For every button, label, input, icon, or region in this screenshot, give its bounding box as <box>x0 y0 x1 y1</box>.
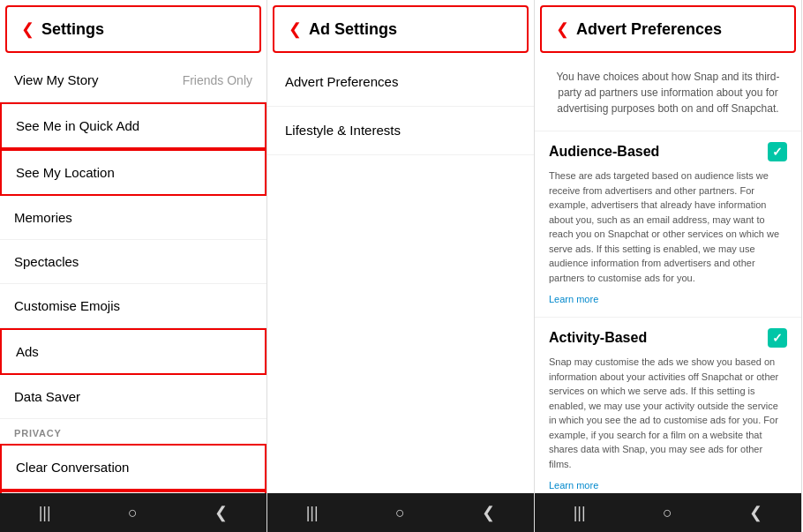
activity-based-header: Activity-Based <box>549 328 787 348</box>
right-panel-body: ❮ Advert Preferences You have choices ab… <box>535 0 801 493</box>
middle-nav-home-icon[interactable]: ○ <box>395 504 405 522</box>
right-nav-menu-icon[interactable]: ||| <box>574 504 586 522</box>
audience-based-header: Audience-Based <box>549 142 787 161</box>
ad-settings-title: Ad Settings <box>309 20 397 39</box>
ad-settings-header: ❮ Ad Settings <box>273 5 529 53</box>
left-panel: ❮ Settings View My Story Friends Only Se… <box>0 0 267 532</box>
audience-based-learn-more[interactable]: Learn more <box>549 294 598 304</box>
right-nav-home-icon[interactable]: ○ <box>663 504 672 522</box>
ad-item-lifestyle-interests[interactable]: Lifestyle & Interests <box>267 107 534 155</box>
settings-title: Settings <box>41 20 104 39</box>
settings-item-customise-emojis[interactable]: Customise Emojis <box>0 284 266 328</box>
right-nav-back-icon[interactable]: ❮ <box>749 503 762 522</box>
activity-based-checkbox[interactable] <box>768 328 787 348</box>
audience-based-desc: These are ads targeted based on audience… <box>549 169 787 285</box>
settings-item-spectacles[interactable]: Spectacles <box>0 240 266 284</box>
right-nav-bar: ||| ○ ❮ <box>535 493 801 532</box>
activity-based-learn-more[interactable]: Learn more <box>549 480 598 491</box>
middle-nav-bar: ||| ○ ❮ <box>267 493 534 532</box>
privacy-section-label: PRIVACY <box>0 419 266 444</box>
advert-pref-title: Advert Preferences <box>576 20 722 39</box>
ad-item-advert-preferences[interactable]: Advert Preferences <box>267 58 534 107</box>
left-nav-home-icon[interactable]: ○ <box>128 504 138 522</box>
ad-settings-back-arrow[interactable]: ❮ <box>289 19 302 39</box>
middle-panel-body: ❮ Ad Settings Advert Preferences Lifesty… <box>267 0 534 493</box>
settings-item-clear-conversation[interactable]: Clear Conversation <box>0 444 266 491</box>
audience-based-title: Audience-Based <box>549 144 659 160</box>
settings-item-memories[interactable]: Memories <box>0 196 266 240</box>
middle-panel: ❮ Ad Settings Advert Preferences Lifesty… <box>267 0 535 532</box>
audience-based-checkbox[interactable] <box>768 142 787 161</box>
left-panel-body: ❮ Settings View My Story Friends Only Se… <box>0 0 266 493</box>
activity-based-title: Activity-Based <box>549 330 647 346</box>
right-panel: ❮ Advert Preferences You have choices ab… <box>535 0 802 532</box>
advert-pref-intro: You have choices about how Snap and its … <box>535 58 801 131</box>
middle-nav-back-icon[interactable]: ❮ <box>482 503 495 522</box>
activity-based-desc: Snap may customise the ads we show you b… <box>549 355 787 471</box>
settings-header: ❮ Settings <box>5 5 261 53</box>
settings-item-my-location[interactable]: See My Location <box>0 149 266 196</box>
settings-item-ads[interactable]: Ads <box>0 328 266 375</box>
left-nav-bar: ||| ○ ❮ <box>0 493 266 532</box>
pref-section-activity-based: Activity-Based Snap may customise the ad… <box>535 318 801 493</box>
pref-section-audience-based: Audience-Based These are ads targeted ba… <box>535 131 801 318</box>
middle-nav-menu-icon[interactable]: ||| <box>306 504 319 522</box>
settings-item-quick-add[interactable]: See Me in Quick Add <box>0 102 266 149</box>
settings-back-arrow[interactable]: ❮ <box>21 19 34 39</box>
left-nav-back-icon[interactable]: ❮ <box>214 503 228 522</box>
settings-item-data-saver[interactable]: Data Saver <box>0 375 266 419</box>
advert-pref-back-arrow[interactable]: ❮ <box>556 19 569 39</box>
left-nav-menu-icon[interactable]: ||| <box>39 504 51 522</box>
advert-pref-header: ❮ Advert Preferences <box>540 5 796 53</box>
settings-item-view-my-story[interactable]: View My Story Friends Only <box>0 58 266 102</box>
